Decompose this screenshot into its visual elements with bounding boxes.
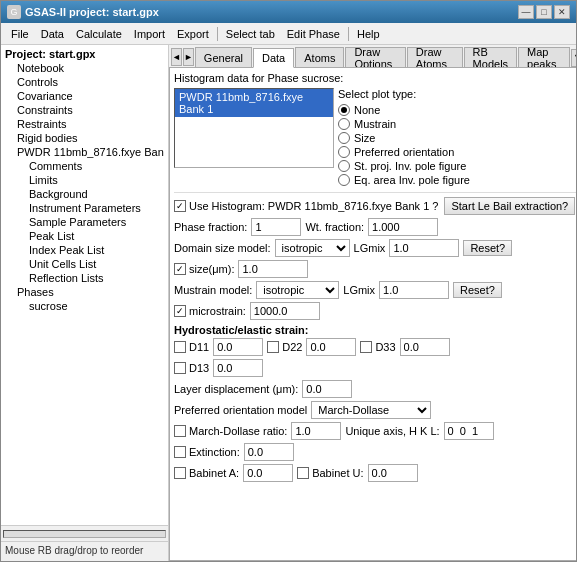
tab-nav-next[interactable]: ► [183,48,194,66]
tab-general[interactable]: General [195,47,252,67]
radio-st-proj-btn[interactable] [338,160,350,172]
d33-checkbox-label[interactable]: D33 [360,341,395,353]
lgmix1-input[interactable] [389,239,459,257]
tab-data[interactable]: Data [253,48,294,68]
tree-item-pwdr[interactable]: PWDR 11bmb_8716.fxye Ban [1,145,168,159]
microstrain-checkbox-label[interactable]: microstrain: [174,305,246,317]
list-item-pwdr[interactable]: PWDR 11bmb_8716.fxye Bank 1 [175,89,333,117]
menu-help[interactable]: Help [351,26,386,42]
radio-size[interactable]: Size [338,132,576,144]
tree-item-reflection-lists[interactable]: Reflection Lists [1,271,168,285]
tab-rb-models[interactable]: RB Models [464,47,517,67]
babinet-u-input[interactable] [368,464,418,482]
use-histogram-checkbox[interactable] [174,200,186,212]
size-checkbox-label[interactable]: size(μm): [174,263,234,275]
menu-data[interactable]: Data [35,26,70,42]
babinet-a-input[interactable] [243,464,293,482]
tree-item-covariance[interactable]: Covariance [1,89,168,103]
tree-item-controls[interactable]: Controls [1,75,168,89]
d22-input[interactable] [306,338,356,356]
lgmix2-input[interactable] [379,281,449,299]
menu-edit-phase[interactable]: Edit Phase [281,26,346,42]
radio-st-proj[interactable]: St. proj. Inv. pole figure [338,160,576,172]
d11-input[interactable] [213,338,263,356]
mustrain-select[interactable]: isotropic uniaxial generalized [256,281,339,299]
tab-draw-atoms[interactable]: Draw Atoms [407,47,463,67]
reset1-button[interactable]: Reset? [463,240,512,256]
tree-scrollbar[interactable] [1,525,168,541]
wt-fraction-input[interactable] [368,218,438,236]
tree-item-notebook[interactable]: Notebook [1,61,168,75]
tab-draw-options[interactable]: Draw Options [345,47,405,67]
tree-item-limits[interactable]: Limits [1,173,168,187]
radio-size-btn[interactable] [338,132,350,144]
unique-axis-input[interactable] [444,422,494,440]
extinction-input[interactable] [244,443,294,461]
close-button[interactable]: ✕ [554,5,570,19]
tree-item-peak-list[interactable]: Peak List [1,229,168,243]
domain-size-select[interactable]: isotropic uniaxial ellipsoidal [275,239,350,257]
d13-input[interactable] [213,359,263,377]
tree-item-phases[interactable]: Phases [1,285,168,299]
size-input[interactable] [238,260,308,278]
march-dollase-input[interactable] [291,422,341,440]
d33-checkbox[interactable] [360,341,372,353]
tree-item-project[interactable]: Project: start.gpx [1,47,168,61]
babinet-u-checkbox-label[interactable]: Babinet U: [297,467,363,479]
maximize-button[interactable]: □ [536,5,552,19]
tab-nav-prev[interactable]: ◄ [171,48,182,66]
tab-atoms[interactable]: Atoms [295,47,344,67]
babinet-u-checkbox[interactable] [297,467,309,479]
phase-fraction-input[interactable] [251,218,301,236]
extinction-checkbox-label[interactable]: Extinction: [174,446,240,458]
menu-calculate[interactable]: Calculate [70,26,128,42]
march-dollase-checkbox-label[interactable]: March-Dollase ratio: [174,425,287,437]
tree-item-unit-cells[interactable]: Unit Cells List [1,257,168,271]
minimize-button[interactable]: — [518,5,534,19]
tree-item-background[interactable]: Background [1,187,168,201]
radio-mustrain-btn[interactable] [338,118,350,130]
tree-area[interactable]: Project: start.gpx Notebook Controls Cov… [1,45,168,525]
d13-checkbox-label[interactable]: D13 [174,362,209,374]
size-checkbox[interactable] [174,263,186,275]
menu-export[interactable]: Export [171,26,215,42]
tree-item-instrument-params[interactable]: Instrument Parameters [1,201,168,215]
layer-disp-input[interactable] [302,380,352,398]
tree-item-rigid-bodies[interactable]: Rigid bodies [1,131,168,145]
d33-input[interactable] [400,338,450,356]
menu-import[interactable]: Import [128,26,171,42]
radio-eq-area[interactable]: Eq. area Inv. pole figure [338,174,576,186]
use-histogram-checkbox-label[interactable]: Use Histogram: PWDR 11bmb_8716.fxye Bank… [174,200,438,212]
start-bail-button[interactable]: Start Le Bail extraction? [444,197,575,215]
tree-item-index-peak-list[interactable]: Index Peak List [1,243,168,257]
tree-item-constraints[interactable]: Constraints [1,103,168,117]
d13-checkbox[interactable] [174,362,186,374]
d11-checkbox-label[interactable]: D11 [174,341,209,353]
d11-checkbox[interactable] [174,341,186,353]
babinet-a-checkbox-label[interactable]: Babinet A: [174,467,239,479]
microstrain-input[interactable] [250,302,320,320]
radio-preferred-btn[interactable] [338,146,350,158]
radio-preferred[interactable]: Preferred orientation [338,146,576,158]
radio-eq-area-btn[interactable] [338,174,350,186]
d22-checkbox-label[interactable]: D22 [267,341,302,353]
radio-none[interactable]: None [338,104,576,116]
menu-select-tab[interactable]: Select tab [220,26,281,42]
tree-item-comments[interactable]: Comments [1,159,168,173]
tab-map-peaks[interactable]: Map peaks [518,47,570,67]
tree-item-restraints[interactable]: Restraints [1,117,168,131]
march-dollase-checkbox[interactable] [174,425,186,437]
radio-none-btn[interactable] [338,104,350,116]
tree-item-sample-params[interactable]: Sample Parameters [1,215,168,229]
histogram-listbox[interactable]: PWDR 11bmb_8716.fxye Bank 1 [174,88,334,168]
radio-mustrain[interactable]: Mustrain [338,118,576,130]
menu-file[interactable]: File [5,26,35,42]
preferred-select[interactable]: March-Dollase Spherical harmonics [311,401,431,419]
babinet-a-checkbox[interactable] [174,467,186,479]
extinction-checkbox[interactable] [174,446,186,458]
scroll-track[interactable] [3,530,166,538]
d22-checkbox[interactable] [267,341,279,353]
reset2-button[interactable]: Reset? [453,282,502,298]
tree-item-sucrose[interactable]: sucrose [1,299,168,313]
microstrain-checkbox[interactable] [174,305,186,317]
